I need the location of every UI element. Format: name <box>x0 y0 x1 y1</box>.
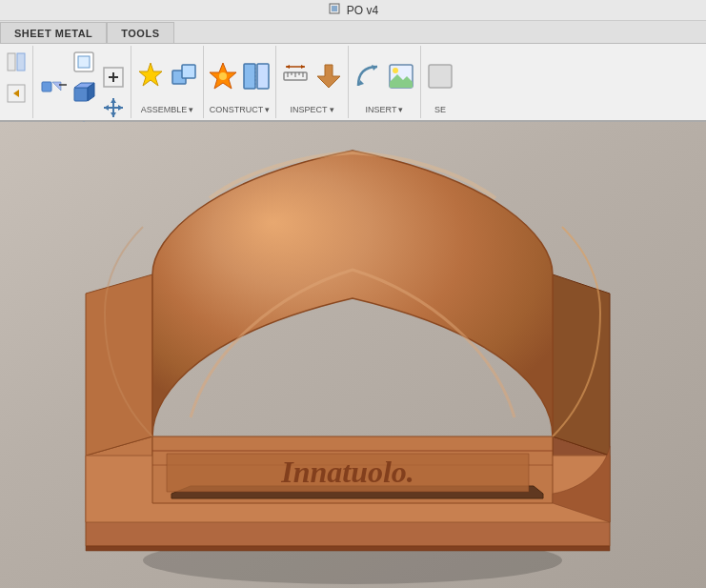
svg-rect-10 <box>78 56 90 68</box>
btn-left-1[interactable] <box>2 48 30 76</box>
inspect-label: INSPECT ▾ <box>279 105 345 116</box>
ribbon: SHEET METAL TOOLS <box>0 21 706 122</box>
insert-label: INSERT ▾ <box>352 105 417 116</box>
btn-modify-5[interactable] <box>99 63 128 91</box>
toolbar-group-inspect: INSPECT ▾ <box>276 46 349 118</box>
svg-marker-21 <box>118 105 123 111</box>
svg-marker-37 <box>286 65 290 69</box>
btn-modify-2[interactable] <box>70 48 98 76</box>
tab-tools[interactable]: TOOLS <box>107 22 173 43</box>
svg-marker-18 <box>111 98 116 103</box>
svg-marker-22 <box>139 63 162 86</box>
svg-rect-27 <box>244 64 255 89</box>
btn-inspect-1[interactable] <box>279 51 312 101</box>
assemble-dropdown-arrow[interactable]: ▾ <box>189 105 193 114</box>
toolbar: MODIFY ▾ <box>0 44 706 120</box>
svg-rect-6 <box>42 82 51 91</box>
tab-row: SHEET METAL TOOLS <box>0 21 706 44</box>
svg-marker-39 <box>317 65 340 88</box>
btn-left-2[interactable] <box>2 79 30 108</box>
toolbar-group-se: SE <box>421 46 459 118</box>
tab-sheet-metal[interactable]: SHEET METAL <box>0 22 107 43</box>
app-icon <box>328 2 341 18</box>
svg-marker-51 <box>86 274 152 456</box>
svg-text:Innatuolo.: Innatuolo. <box>280 455 414 489</box>
construct-label: CONSTRUCT ▾ <box>207 105 272 116</box>
svg-rect-28 <box>257 64 269 89</box>
svg-rect-1 <box>332 6 337 11</box>
btn-insert-2[interactable] <box>385 51 417 101</box>
btn-inspect-2[interactable] <box>313 51 345 101</box>
btn-modify-3[interactable] <box>70 78 98 107</box>
3d-model: Innatuolo. <box>0 122 706 588</box>
svg-marker-19 <box>111 112 116 117</box>
viewport[interactable]: Innatuolo. <box>0 122 706 588</box>
btn-se-1[interactable] <box>424 51 456 101</box>
svg-marker-7 <box>52 82 61 91</box>
title-text: PO v4 <box>347 4 378 17</box>
btn-insert-1[interactable] <box>352 51 384 101</box>
assemble-label: ASSEMBLE ▾ <box>134 105 200 116</box>
se-label: SE <box>424 105 456 116</box>
toolbar-group-left <box>0 46 33 118</box>
btn-assemble-1[interactable] <box>134 51 167 101</box>
toolbar-group-insert: INSERT ▾ <box>349 46 421 118</box>
construct-dropdown-arrow[interactable]: ▾ <box>265 105 270 114</box>
toolbar-group-construct: CONSTRUCT ▾ <box>204 46 276 118</box>
btn-construct-2[interactable] <box>240 51 272 101</box>
svg-marker-5 <box>13 90 19 97</box>
btn-modify-6[interactable] <box>99 93 128 122</box>
toolbar-group-modify: MODIFY ▾ <box>33 46 131 118</box>
svg-rect-45 <box>429 65 452 88</box>
btn-assemble-2[interactable] <box>168 51 200 101</box>
svg-rect-2 <box>8 53 15 71</box>
svg-rect-11 <box>74 88 88 101</box>
inspect-dropdown-arrow[interactable]: ▾ <box>330 105 334 114</box>
insert-dropdown-arrow[interactable]: ▾ <box>398 105 403 114</box>
svg-rect-24 <box>182 65 195 78</box>
svg-marker-48 <box>86 546 610 551</box>
title-bar: PO v4 <box>0 0 706 21</box>
toolbar-group-assemble: ASSEMBLE ▾ <box>131 46 204 118</box>
svg-point-26 <box>219 72 227 80</box>
btn-move[interactable] <box>36 68 69 117</box>
svg-point-43 <box>393 68 398 73</box>
svg-marker-20 <box>104 105 109 111</box>
svg-marker-38 <box>301 65 305 69</box>
btn-construct-1[interactable] <box>207 51 239 101</box>
svg-rect-3 <box>17 53 25 71</box>
